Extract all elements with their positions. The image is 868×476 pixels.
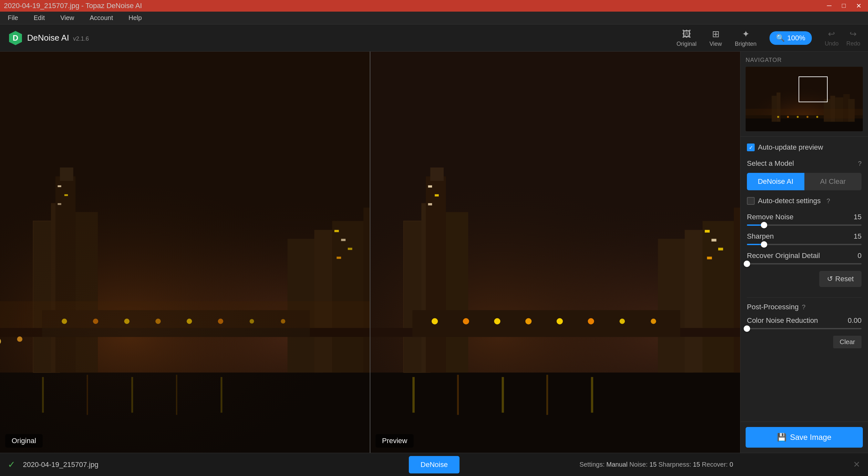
denoise-ai-model-button[interactable]: DeNoise AI [747,173,804,190]
navigator-thumbnail[interactable] [746,67,863,131]
close-button[interactable]: ✕ [854,2,864,10]
recover-detail-label: Recover Original Detail [747,251,820,260]
color-noise-thumb[interactable] [744,326,750,332]
settings-prefix: Settings: [579,461,606,468]
reset-button[interactable]: ↺ Reset [819,271,862,287]
sharpen-thumb[interactable] [761,241,767,248]
model-help-icon[interactable]: ? [858,160,862,167]
auto-detect-label: Auto-detect settings [758,197,820,205]
svg-rect-84 [502,377,504,413]
remove-noise-header: Remove Noise 15 [747,213,862,221]
sharpen-section: Sharpen 15 [747,232,862,245]
image-panel: Original [0,52,740,453]
menu-file[interactable]: File [5,13,21,23]
svg-point-78 [557,318,563,325]
model-buttons: DeNoise AI AI Clear [747,173,862,190]
preview-label: Preview [376,434,414,448]
brighten-icon: ✦ [742,29,749,39]
svg-rect-65 [711,239,716,242]
reset-row: ↺ Reset [747,271,862,292]
navigator-viewport[interactable] [799,76,828,102]
save-icon: 💾 [777,433,786,442]
redo-button[interactable]: ↪ Redo [846,29,860,47]
undo-button[interactable]: ↩ Undo [825,29,839,47]
noise-value: 15 [649,461,656,468]
brighten-button[interactable]: ✦ Brighten [735,29,756,47]
color-noise-header: Color Noise Reduction 0.00 [747,316,862,325]
auto-update-checkbox[interactable]: ✓ [747,143,755,151]
menu-account[interactable]: Account [87,13,116,23]
recover-detail-header: Recover Original Detail 0 [747,251,862,260]
titlebar: 2020-04-19_215707.jpg - Topaz DeNoise AI… [0,0,868,11]
save-section: 💾 Save Image [740,421,868,453]
svg-point-77 [525,318,531,325]
view-label: View [709,41,722,47]
svg-rect-56 [435,194,438,196]
color-noise-section: Color Noise Reduction 0.00 [747,316,862,329]
menu-edit[interactable]: Edit [31,13,47,23]
bottom-bar: ✓ 2020-04-19_215707.jpg DeNoise Settings… [0,453,868,476]
svg-rect-83 [457,375,459,415]
remove-noise-track [747,225,862,226]
color-noise-track [747,328,862,329]
save-image-button[interactable]: 💾 Save Image [746,427,863,448]
svg-rect-54 [430,167,443,180]
preview-panel: Preview [370,52,740,453]
undo-label: Undo [825,40,839,47]
reset-icon: ↺ [827,275,833,283]
sharpen-label: Sharpen [747,232,774,241]
recover-detail-thumb[interactable] [744,261,750,267]
denoise-button[interactable]: DeNoise [409,456,459,473]
svg-point-81 [651,318,656,324]
svg-rect-61 [734,208,740,372]
svg-rect-57 [428,203,432,205]
reset-label: Reset [835,275,854,283]
svg-rect-85 [547,375,548,415]
auto-update-label: Auto-update preview [758,143,823,151]
clear-row: Clear [747,336,862,351]
original-label: Original [5,434,42,448]
svg-rect-86 [591,377,593,413]
app-logo: D DeNoise AI v2.1.6 [8,30,89,46]
status-check-icon: ✓ [8,459,15,470]
titlebar-controls: ─ □ ✕ [825,2,864,10]
settings-mode: Manual [607,461,628,468]
post-processing-header: Post-Processing ? [747,303,862,311]
zoom-icon: 🔍 [776,34,785,42]
clear-button[interactable]: Clear [833,336,862,348]
remove-noise-value: 15 [854,213,862,221]
post-processing-title: Post-Processing [747,303,799,311]
recover-detail-track [747,263,862,265]
toolbar-right: 🖼 Original ⊞ View ✦ Brighten 🔍 100% ↩ Un… [677,29,860,47]
maximize-button[interactable]: □ [839,2,848,10]
view-button[interactable]: ⊞ View [709,29,722,47]
zoom-display[interactable]: 🔍 100% [770,31,812,45]
post-processing-help-icon[interactable]: ? [802,303,805,311]
menu-view[interactable]: View [58,13,77,23]
svg-rect-64 [705,230,710,233]
svg-rect-102 [746,109,863,118]
auto-detect-checkbox[interactable] [747,197,755,205]
original-image [0,52,370,453]
close-bottom-icon[interactable]: ✕ [853,460,860,470]
sharpen-track [747,244,862,245]
ai-clear-model-button[interactable]: AI Clear [804,173,862,190]
svg-point-74 [432,318,438,325]
menu-help[interactable]: Help [126,13,144,23]
original-button[interactable]: 🖼 Original [677,29,696,47]
divider [747,297,862,298]
svg-rect-45 [0,52,370,453]
redo-label: Redo [846,40,860,47]
svg-rect-66 [718,248,723,250]
menubar: File Edit View Account Help [0,11,868,25]
auto-detect-help-icon[interactable]: ? [826,197,830,205]
remove-noise-thumb[interactable] [761,222,767,228]
minimize-button[interactable]: ─ [825,2,834,10]
brighten-label: Brighten [735,41,756,47]
navigator-section: NAVIGATOR [740,52,868,137]
zoom-value: 100% [787,34,805,42]
sharpness-label-sep: Sharpness: [658,461,693,468]
settings-info: Settings: Manual Noise: 15 Sharpness: 15… [467,461,845,468]
right-panel: NAVIGATOR [740,52,868,453]
checkmark-icon: ✓ [749,144,753,150]
